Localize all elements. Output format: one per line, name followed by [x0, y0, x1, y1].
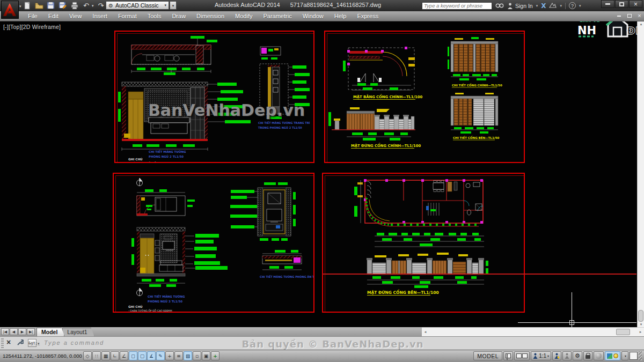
scroll-right-icon[interactable]: ▸	[637, 328, 644, 337]
command-close-icon[interactable]: ×	[6, 338, 11, 346]
polar-tracking-toggle[interactable]: ∠	[120, 351, 128, 360]
command-input[interactable]: Type a command	[44, 339, 104, 346]
logo-nh-text: NH	[577, 24, 596, 37]
save-as-icon[interactable]	[58, 2, 67, 10]
object-snap-tracking-toggle[interactable]: ∡	[147, 351, 156, 360]
menu-format[interactable]: Format	[113, 11, 142, 21]
last-tab-icon[interactable]: ▶|	[27, 328, 35, 335]
quick-properties-toggle[interactable]: ▫	[193, 351, 201, 360]
autocad-app-button[interactable]	[1, 1, 19, 19]
annotation-autoscale-icon[interactable]	[562, 351, 572, 360]
dynamic-input-toggle[interactable]: +	[165, 351, 174, 360]
menu-dimension[interactable]: Dimension	[191, 11, 230, 21]
performance-globe-icon[interactable]	[594, 351, 604, 360]
menu-file[interactable]: File	[23, 11, 43, 21]
tab-model[interactable]: Model	[36, 328, 64, 336]
p3-title-line2: PHÒNG NGỦ 3 TL1/50	[148, 299, 182, 303]
minimize-button[interactable]	[601, 0, 614, 8]
horizontal-scrollbar[interactable]: ◂ ▸	[422, 327, 644, 336]
document-window-controls: ×	[616, 13, 643, 19]
annotation-scale-button[interactable]: 1:1 ▾	[531, 351, 551, 360]
menu-express[interactable]: Express	[352, 11, 384, 21]
lineweight-toggle[interactable]: ≡	[174, 351, 183, 360]
selection-cycling-toggle[interactable]: ▣	[202, 351, 210, 360]
undo-dropdown-icon[interactable]: ▾	[92, 4, 94, 8]
sign-in-dropdown-icon[interactable]: ▾	[536, 4, 538, 8]
model-space-button[interactable]: MODEL	[473, 351, 502, 360]
menu-draw[interactable]: Draw	[166, 11, 191, 21]
document-title: 5717a88198624_1461168257.dwg	[290, 2, 381, 8]
menu-view[interactable]: View	[64, 11, 87, 21]
quick-view-drawings-icon[interactable]	[514, 351, 530, 360]
vertical-scrollbar[interactable]: ▴ ▾	[637, 21, 644, 327]
viewport-label[interactable]: [-][Top][2D Wireframe]	[3, 24, 61, 30]
autodesk360-icon[interactable]	[549, 1, 557, 11]
tab-navigation: |◀ ◀ ▶ ▶|	[1, 328, 35, 335]
save-icon[interactable]	[46, 2, 55, 10]
doc-restore-button[interactable]	[626, 13, 633, 19]
tray-dropdown-icon[interactable]: ▾	[621, 351, 628, 360]
next-tab-icon[interactable]: ▶	[18, 328, 26, 335]
prev-tab-icon[interactable]: ◀	[10, 328, 18, 335]
help-dropdown-icon[interactable]: ▾	[579, 4, 581, 8]
menu-edit[interactable]: Edit	[43, 11, 64, 21]
doc-minimize-button[interactable]	[616, 13, 623, 19]
doc-close-button[interactable]: ×	[636, 13, 643, 19]
maximize-button[interactable]	[615, 0, 628, 8]
workspace-select[interactable]: ⚙ AutoCAD Classic ▾	[106, 1, 169, 10]
scroll-left-icon[interactable]: ◂	[422, 328, 429, 337]
clean-screen-button[interactable]	[630, 352, 638, 360]
workspace-extra-dropdown[interactable]: ▾	[170, 1, 177, 10]
dynamic-ucs-toggle[interactable]: ✎	[156, 351, 165, 360]
close-button[interactable]: ×	[629, 0, 642, 8]
autodesk360-dropdown-icon[interactable]: ▾	[560, 4, 562, 8]
drawing-canvas[interactable]: [-][Top][2D Wireframe]	[0, 21, 644, 327]
first-tab-icon[interactable]: |◀	[1, 328, 9, 335]
quick-view-layouts-icon[interactable]	[503, 351, 513, 360]
menu-window[interactable]: Window	[297, 11, 329, 21]
p3-note-body: - CHÂN TƯỜNG ỐP GỖ CAO 600MM	[128, 309, 172, 312]
watermark-text: BanVeNhaDep.vn	[148, 101, 305, 120]
horizontal-scroll-thumb[interactable]	[616, 329, 630, 335]
new-file-icon[interactable]	[23, 2, 32, 10]
annotation-visibility-icon[interactable]	[552, 351, 561, 360]
plot-status-icon	[607, 353, 612, 359]
scroll-down-icon[interactable]: ▾	[638, 322, 644, 327]
menu-tools[interactable]: Tools	[142, 11, 167, 21]
workspace-switching-icon[interactable]: ⚙	[573, 351, 582, 360]
wrench-icon[interactable]	[16, 339, 24, 349]
menu-help[interactable]: Help	[329, 11, 352, 21]
person-icon	[507, 3, 513, 9]
menu-insert[interactable]: Insert	[87, 11, 113, 21]
open-file-icon[interactable]	[34, 2, 43, 10]
help-icon[interactable]: ?	[569, 2, 576, 9]
menu-modify[interactable]: Modify	[230, 11, 258, 21]
sign-in-button[interactable]: Sign In	[507, 3, 533, 9]
app-menu-dropdown-icon[interactable]: ▾	[19, 4, 21, 9]
command-history-dropdown-icon[interactable]: ▾	[38, 342, 40, 346]
p4-elev-title: MẶT ĐỨNG CỔNG BÊN—TL1/100	[367, 289, 439, 295]
vertical-scroll-thumb[interactable]	[638, 310, 643, 322]
command-prompt-icon[interactable]: &gt;_	[28, 339, 36, 347]
undo-icon[interactable]: ↶	[82, 2, 91, 10]
search-input[interactable]	[422, 2, 492, 10]
transparency-toggle[interactable]: ▨	[184, 351, 192, 360]
snap-mode-toggle[interactable]: ∷	[92, 351, 101, 360]
infer-constraints-toggle[interactable]: ◇	[83, 351, 92, 360]
plot-icon[interactable]	[70, 2, 79, 10]
object-snap-toggle[interactable]: ◻	[129, 351, 137, 360]
status-tray[interactable]	[605, 351, 620, 360]
redo-icon[interactable]: ↷	[97, 2, 106, 10]
crosshair-horizontal	[518, 322, 636, 323]
exchange-apps-icon[interactable]: X	[541, 2, 546, 10]
3d-object-snap-toggle[interactable]: ▢	[138, 351, 147, 360]
p3-title-line1: CHI TIẾT MẢNG TƯỜNG	[148, 294, 185, 298]
grid-display-toggle[interactable]: ▦	[101, 351, 110, 360]
ortho-mode-toggle[interactable]: ∟	[111, 351, 119, 360]
binoculars-icon[interactable]	[495, 1, 504, 11]
toolbar-lock-icon[interactable]	[583, 351, 592, 360]
annotation-monitor-toggle[interactable]: +	[211, 351, 219, 360]
command-grip-handle[interactable]	[1, 338, 4, 348]
menu-parametric[interactable]: Parametric	[258, 11, 297, 21]
tab-layout1[interactable]: Layout1	[62, 328, 94, 336]
